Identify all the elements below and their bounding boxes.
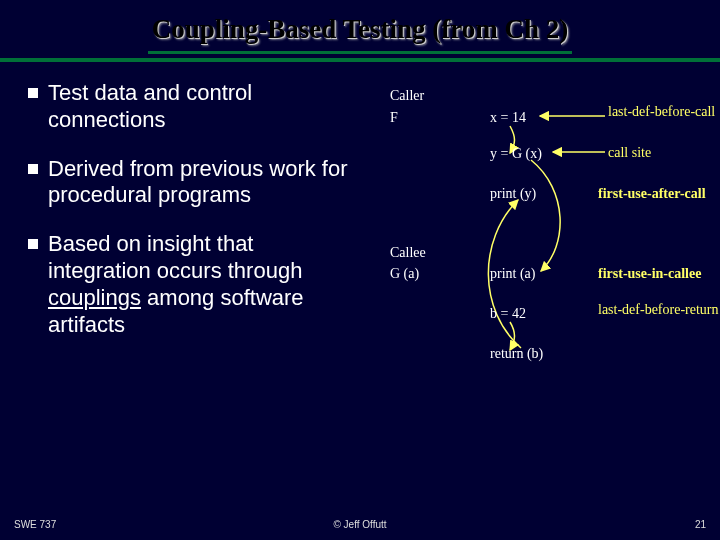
- annotation-first-use-in-callee: first-use-in-callee: [598, 266, 701, 282]
- bullet-text-part: Based on insight that integration occurs…: [48, 231, 302, 283]
- bullet-icon: [28, 164, 38, 174]
- annotation-last-def-before-return: last-def-before-return: [598, 302, 718, 318]
- bullet-icon: [28, 88, 38, 98]
- annotation-call-site: call site: [608, 145, 651, 161]
- callee-func-name: G (a): [390, 266, 419, 282]
- annotation-last-def-before-call: last-def-before-call: [608, 104, 715, 120]
- code-line: x = 14: [490, 110, 526, 126]
- list-item: Based on insight that integration occurs…: [28, 231, 358, 338]
- list-item: Derived from previous work for procedura…: [28, 156, 358, 210]
- code-line: print (y): [490, 186, 536, 202]
- code-line: y = G (x): [490, 146, 542, 162]
- caller-func-name: F: [390, 110, 398, 126]
- caller-label: Caller: [390, 88, 424, 104]
- list-item: Test data and control connections: [28, 80, 358, 134]
- footer-page-number: 21: [695, 519, 706, 530]
- code-line: print (a): [490, 266, 535, 282]
- annotation-first-use-after-call: first-use-after-call: [598, 186, 706, 202]
- code-line: return (b): [490, 346, 543, 362]
- code-line: b = 42: [490, 306, 526, 322]
- page-title: Coupling-Based Testing (from Ch 2): [148, 14, 573, 54]
- footer-copyright: © Jeff Offutt: [333, 519, 386, 530]
- bullet-text: Based on insight that integration occurs…: [48, 231, 358, 338]
- bullet-text: Test data and control connections: [48, 80, 358, 134]
- coupling-diagram: Caller F x = 14 y = G (x) print (y) last…: [368, 80, 702, 440]
- bullet-underlined: couplings: [48, 285, 141, 310]
- footer-course: SWE 737: [14, 519, 56, 530]
- callee-label: Callee: [390, 245, 426, 261]
- bullet-icon: [28, 239, 38, 249]
- bullet-text: Derived from previous work for procedura…: [48, 156, 358, 210]
- bullet-list: Test data and control connections Derive…: [28, 80, 358, 440]
